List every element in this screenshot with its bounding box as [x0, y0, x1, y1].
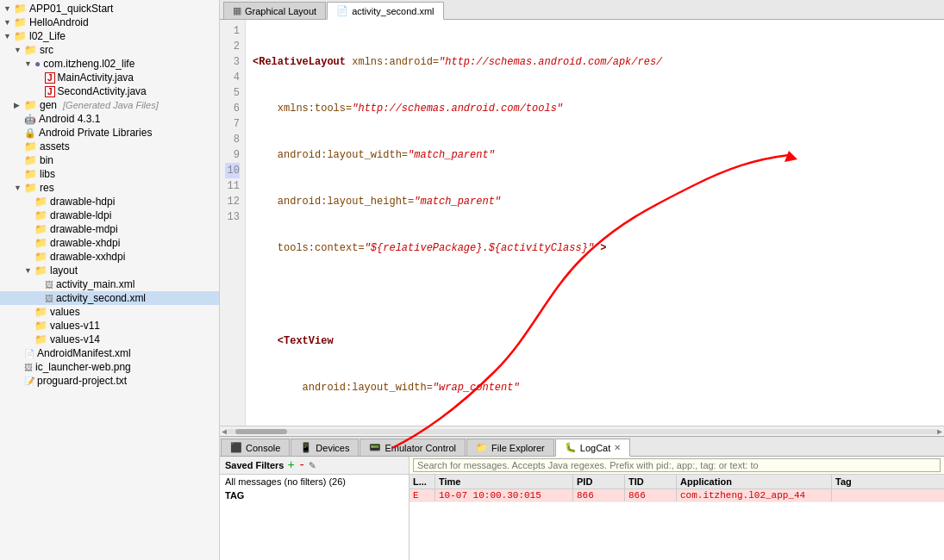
sidebar-item-label: APP01_quickStart	[29, 3, 113, 15]
sidebar-item-activity-main-xml[interactable]: 🖼 activity_main.xml	[0, 277, 219, 291]
sidebar-item-secondactivity[interactable]: J SecondActivity.java	[0, 84, 219, 98]
sidebar-item-app01[interactable]: 📁 APP01_quickStart	[0, 2, 219, 16]
sidebar-item-label: assets	[40, 140, 70, 152]
col-header-app: Application	[677, 475, 832, 488]
tab-label: Console	[246, 443, 280, 453]
sidebar-item-label: MainActivity.java	[58, 72, 134, 84]
sidebar-item-drawable-mdpi[interactable]: 📁 drawable-mdpi	[0, 222, 219, 236]
sidebar-item-values-v14[interactable]: 📁 values-v14	[0, 333, 219, 346]
sidebar-item-libs[interactable]: 📁 libs	[0, 167, 219, 181]
sidebar-item-android43[interactable]: 🤖 Android 4.3.1	[0, 112, 219, 126]
scroll-right-btn[interactable]: ▶	[937, 426, 942, 437]
saved-filters-toolbar: Saved Filters + - ✎	[220, 457, 409, 475]
tab-emulator-control[interactable]: 📟 Emulator Control	[359, 439, 466, 456]
scroll-thumb[interactable]	[235, 429, 287, 434]
line-numbers: 1 2 3 4 5 6 7 8 9 10 11 12 13	[220, 20, 246, 426]
editor-tabs: ▦ Graphical Layout 📄 activity_second.xml	[220, 0, 944, 20]
sidebar-item-bin[interactable]: 📁 bin	[0, 153, 219, 167]
sidebar-item-drawable-xxhdpi[interactable]: 📁 drawable-xxhdpi	[0, 250, 219, 264]
code-line: android:layout_height="match_parent"	[253, 194, 937, 209]
tab-label: Devices	[316, 443, 349, 453]
sidebar-item-android-private[interactable]: 🔒 Android Private Libraries	[0, 126, 219, 140]
edit-filter-btn[interactable]: ✎	[309, 458, 316, 472]
sidebar-item-label: SecondActivity.java	[58, 85, 147, 97]
saved-filters-panel: Saved Filters + - ✎ All messages (no fil…	[220, 457, 409, 560]
tag-filter[interactable]: TAG	[220, 488, 409, 502]
sidebar-item-label: drawable-hdpi	[50, 196, 115, 208]
tab-graphical-layout[interactable]: ▦ Graphical Layout	[223, 2, 326, 19]
tree-arrow	[14, 184, 21, 192]
sidebar-item-helloandroid[interactable]: 📁 HelloAndroid	[0, 16, 219, 29]
col-header-time: Time	[435, 475, 573, 488]
sidebar-item-drawable-hdpi[interactable]: 📁 drawable-hdpi	[0, 195, 219, 208]
code-content[interactable]: <RelativeLayout xmlns:android="http://sc…	[246, 20, 944, 426]
layout-icon: ▦	[233, 5, 241, 16]
line-num: 8	[225, 132, 240, 147]
tab-label: File Explorer	[491, 443, 545, 453]
tab-file-explorer[interactable]: 📁 File Explorer	[466, 439, 554, 456]
tree-arrow	[14, 46, 21, 54]
saved-filters-label: Saved Filters	[225, 460, 284, 470]
tree-arrow	[24, 266, 31, 275]
log-cell-L: E	[409, 489, 435, 501]
log-row: E 10-07 10:00.30:015 866 866 com.itzheng…	[409, 489, 944, 502]
sidebar-item-label: values-v14	[50, 333, 100, 345]
line-num: 7	[225, 116, 240, 132]
code-line: <RelativeLayout xmlns:android="http://sc…	[253, 54, 937, 70]
sidebar-item-label: Android Private Libraries	[39, 127, 152, 139]
col-header-L: L...	[409, 475, 435, 488]
horizontal-scrollbar[interactable]: ◀ ▶	[220, 426, 944, 436]
sidebar-item-label: l02_Life	[29, 30, 66, 42]
sidebar-item-l02life[interactable]: 📁 l02_Life	[0, 29, 219, 43]
sidebar-item-values[interactable]: 📁 values	[0, 305, 219, 319]
log-search-input[interactable]	[413, 458, 941, 472]
sidebar-item-label: libs	[40, 168, 55, 180]
log-cell-pid: 866	[573, 489, 625, 501]
sidebar-item-label: proguard-project.txt	[37, 375, 127, 387]
xml-icon: 📄	[336, 5, 348, 16]
sidebar-item-assets[interactable]: 📁 assets	[0, 140, 219, 153]
tab-devices[interactable]: 📱 Devices	[291, 439, 359, 456]
log-cell-tid: 866	[625, 489, 677, 501]
sidebar-item-label: drawable-mdpi	[50, 223, 118, 235]
sidebar-item-values-v11[interactable]: 📁 values-v11	[0, 319, 219, 333]
log-rows: E 10-07 10:00.30:015 866 866 com.itzheng…	[409, 489, 944, 560]
close-icon[interactable]: ✕	[614, 443, 621, 452]
sidebar-item-drawable-ldpi[interactable]: 📁 drawable-ldpi	[0, 208, 219, 222]
sidebar-item-layout[interactable]: 📁 layout	[0, 264, 219, 277]
line-num: 2	[225, 39, 240, 54]
log-messages-panel: L... Time PID TID Application Tag E 10-0…	[409, 457, 944, 560]
sidebar-item-label: com.itzheng.l02_life	[43, 58, 134, 70]
sidebar-item-gen[interactable]: 📁 gen [Generated Java Files]	[0, 98, 219, 112]
sidebar-item-label: HelloAndroid	[29, 16, 89, 28]
sidebar-item-label: values	[50, 306, 80, 318]
sidebar-item-proguard[interactable]: 📝 proguard-project.txt	[0, 374, 219, 388]
tab-logcat[interactable]: 🐛 LogCat ✕	[555, 439, 630, 457]
code-line: android:layout_width="match_parent"	[253, 147, 937, 163]
tab-label: LogCat	[580, 443, 610, 453]
sidebar-item-label: activity_second.xml	[56, 292, 146, 304]
tab-console[interactable]: ⬛ Console	[221, 439, 290, 456]
sidebar-item-label: AndroidManifest.xml	[37, 347, 131, 359]
remove-filter-btn[interactable]: -	[298, 458, 305, 472]
sidebar-item-ic-launcher[interactable]: 🖼 ic_launcher-web.png	[0, 360, 219, 374]
code-line: <TextView	[253, 333, 937, 349]
sidebar-item-mainactivity[interactable]: J MainActivity.java	[0, 71, 219, 84]
scroll-track[interactable]	[227, 429, 937, 434]
sidebar-item-label: src	[40, 44, 53, 56]
add-filter-btn[interactable]: +	[287, 458, 294, 472]
sidebar-item-androidmanifest[interactable]: 📄 AndroidManifest.xml	[0, 346, 219, 360]
sidebar-item-activity-second-xml[interactable]: 🖼 activity_second.xml	[0, 291, 219, 305]
log-cell-app: com.itzheng.l02_app_44	[677, 489, 832, 501]
tree-arrow	[3, 4, 10, 13]
all-messages-filter[interactable]: All messages (no filters) (26)	[220, 475, 409, 488]
sidebar-item-src[interactable]: 📁 src	[0, 43, 219, 57]
sidebar-item-com[interactable]: ● com.itzheng.l02_life	[0, 57, 219, 71]
tree-arrow	[14, 101, 21, 109]
sidebar-item-res[interactable]: 📁 res	[0, 181, 219, 195]
code-line: tools:context="${relativePackage}.${acti…	[253, 240, 937, 256]
tab-activity-second-xml[interactable]: 📄 activity_second.xml	[327, 2, 443, 20]
sidebar-item-label: values-v11	[50, 320, 100, 332]
code-line: android:layout_width="wrap_content"	[253, 380, 937, 395]
sidebar-item-drawable-xhdpi[interactable]: 📁 drawable-xhdpi	[0, 236, 219, 250]
